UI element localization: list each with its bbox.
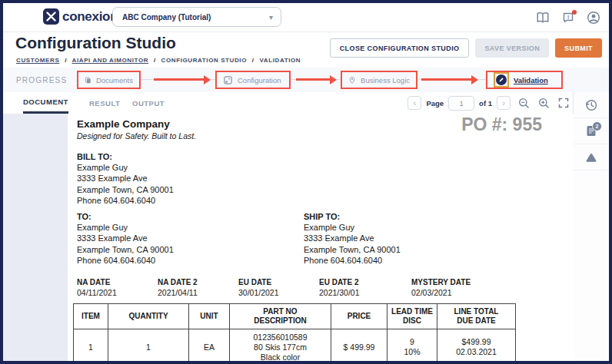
address-line: Phone 604.604.6040 (77, 195, 174, 206)
breadcrumb-validation: VALIDATION (260, 57, 301, 64)
to-block: TO: Example Guy 3333 Example Ave Example… (77, 211, 174, 266)
history-clock-icon (584, 98, 598, 112)
zoom-out-icon[interactable] (517, 96, 531, 110)
pager: ‹ Page of 1 › (407, 92, 570, 114)
help-book-icon[interactable] (535, 10, 550, 25)
address-line: Example Guy (77, 222, 174, 233)
bill-to-block: BILL TO: Example Guy 3333 Example Ave Ex… (77, 151, 174, 206)
cell-lead-time-disc: 910% (387, 329, 437, 362)
tab-document[interactable]: DOCUMENT (23, 92, 68, 114)
app-window: conexiom ™ ABC Company (Tutorial) ▾ ! Co… (0, 0, 612, 364)
notes-button[interactable]: 2 (574, 118, 609, 144)
map-pin-icon (348, 75, 356, 85)
date-field: MYSTERY DATE 02/03/2021 (411, 278, 471, 297)
doc-tagline: Designed for Safety. Built to Last. (77, 131, 196, 141)
breadcrumb-aiapi-and-aimonitor[interactable]: AIAPI AND AIMONITOR (72, 57, 149, 64)
address-line: Phone 604.604.6040 (77, 255, 174, 266)
progress-step-documents[interactable]: Documents (77, 71, 141, 89)
progress-label: PROGRESS (16, 76, 67, 84)
date-label: NA DATE (77, 278, 117, 286)
collapse-button[interactable] (574, 144, 609, 170)
breadcrumb-configuration-studio: CONFIGURATION STUDIO (161, 57, 247, 64)
col-header-item: ITEM (74, 304, 108, 329)
close-configuration-studio-button[interactable]: CLOSE CONFIGURATION STUDIO (330, 38, 470, 58)
date-value: 02/03/2021 (411, 288, 471, 297)
breadcrumb: CUSTOMERS / AIAPI AND AIMONITOR / CONFIG… (16, 57, 301, 64)
address-line: Example Town, CA 90001 (77, 184, 174, 195)
date-value: 04/11/2021 (77, 288, 117, 297)
date-field: NA DATE 2 2021/04/11 (158, 278, 198, 297)
save-version-button[interactable]: SAVE VERSION (475, 38, 549, 58)
col-header-part-no-description: PART NODESCRIPTION (230, 304, 331, 329)
doc-po-number: PO #: 955 (461, 114, 542, 135)
date-field: NA DATE 04/11/2021 (77, 278, 117, 297)
address-line: 3333 Example Ave (77, 173, 174, 184)
doc-company-name: Example Company (77, 118, 170, 130)
page-label: Page (426, 99, 444, 108)
tab-output[interactable]: OUTPUT (132, 92, 165, 114)
progress-step-business-logic[interactable]: Business Logic (341, 71, 417, 89)
annotation-arrow (296, 78, 331, 81)
notification-dot (572, 10, 577, 15)
date-value: 2021/04/11 (158, 288, 198, 297)
company-selector-dropdown[interactable]: ABC Company (Tutorial) ▾ (112, 7, 281, 27)
col-header-line-total-due-date: LINE TOTALDUE DATE (437, 304, 516, 329)
address-line: Phone 604.604.6040 (304, 255, 401, 266)
page-title: Configuration Studio (15, 34, 176, 52)
step-label-documents[interactable]: Documents (96, 76, 133, 84)
svg-text:!: ! (567, 13, 570, 20)
account-icon[interactable] (586, 10, 601, 25)
step-label-business-logic[interactable]: Business Logic (361, 76, 410, 84)
cell-price: $ 499.99 (331, 329, 387, 362)
page-prev-button[interactable]: ‹ (407, 96, 421, 110)
document-page: Example Company Designed for Safety. Bui… (68, 114, 574, 361)
date-label: EU DATE 2 (319, 278, 360, 286)
page-next-button[interactable]: › (497, 96, 511, 110)
date-field: EU DATE 30/01/2021 (238, 278, 279, 297)
col-header-quantity: QUANTITY (108, 304, 189, 329)
cell-item: 1 (74, 329, 108, 362)
cell-quantity: 1 (108, 329, 189, 362)
breadcrumb-separator: / (65, 57, 67, 64)
document-viewer: Example Company Designed for Safety. Bui… (3, 114, 574, 361)
cell-unit: EA (189, 329, 230, 362)
topbar-actions: ! (535, 3, 601, 31)
progress-step-configuration[interactable]: Configuration (215, 71, 291, 89)
submit-button[interactable]: SUBMIT (555, 38, 602, 58)
line-items-table: ITEM QUANTITY UNIT PART NODESCRIPTION PR… (73, 303, 516, 361)
address-line: Example Guy (304, 222, 401, 233)
header-buttons: CLOSE CONFIGURATION STUDIO SAVE VERSION … (330, 38, 602, 58)
breadcrumb-customers[interactable]: CUSTOMERS (16, 57, 59, 64)
progress-step-validation[interactable]: Validation (486, 71, 563, 89)
step-label-configuration[interactable]: Configuration (238, 76, 281, 84)
bill-to-label: BILL TO: (77, 151, 174, 162)
step-label-validation[interactable]: Validation (514, 76, 548, 84)
viewer-tab-bar: DOCUMENT RESULT OUTPUT ‹ Page of 1 › (3, 92, 574, 114)
address-line: Example Town, CA 90001 (304, 244, 401, 255)
zoom-in-icon[interactable] (537, 96, 550, 110)
address-line: 3333 Example Ave (77, 233, 174, 243)
annotation-arrow (154, 78, 205, 81)
validation-pencil-icon (496, 74, 507, 85)
ship-to-block: SHIP TO: Example Guy 3333 Example Ave Ex… (304, 211, 401, 266)
history-button[interactable] (574, 92, 609, 118)
address-line: Example Guy (77, 162, 174, 173)
feedback-icon[interactable]: ! (560, 10, 576, 25)
fullscreen-icon[interactable] (557, 96, 570, 110)
top-bar: conexiom ™ ABC Company (Tutorial) ▾ ! (3, 3, 609, 32)
col-header-unit: UNIT (189, 304, 230, 329)
configuration-icon (223, 75, 233, 85)
tab-result[interactable]: RESULT (89, 92, 120, 114)
to-label: TO: (77, 211, 174, 222)
table-row: 1 1 EA 01235601058980 Skis 177cmBlack co… (74, 329, 516, 362)
chevron-down-icon: ▾ (269, 13, 273, 22)
triangle-up-icon (584, 152, 598, 163)
col-header-lead-time-disc: LEAD TIMEDISC (387, 304, 437, 329)
right-toolbar: 2 (573, 92, 609, 361)
date-value: 2021/30/01 (319, 288, 360, 297)
cell-part-no-description: 01235601058980 Skis 177cmBlack color (230, 329, 331, 362)
page-number-input[interactable] (448, 96, 474, 111)
documents-icon (85, 75, 91, 85)
validation-icon-highlight-box (494, 72, 509, 88)
col-header-price: PRICE (331, 304, 387, 329)
